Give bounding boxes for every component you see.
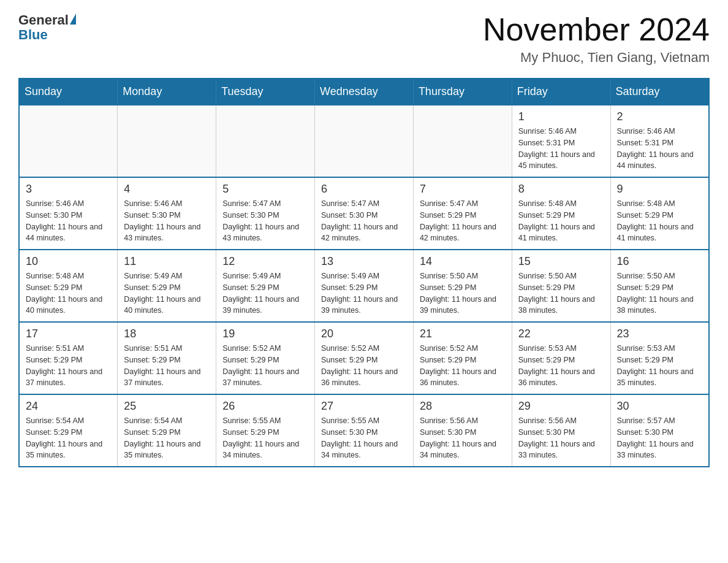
day-number: 23 — [617, 327, 702, 340]
day-info: Sunrise: 5:52 AMSunset: 5:29 PMDaylight:… — [420, 343, 506, 389]
calendar-cell — [19, 105, 118, 177]
day-info: Sunrise: 5:50 AMSunset: 5:29 PMDaylight:… — [420, 270, 506, 316]
calendar-cell: 16Sunrise: 5:50 AMSunset: 5:29 PMDayligh… — [610, 250, 709, 322]
day-info: Sunrise: 5:51 AMSunset: 5:29 PMDaylight:… — [124, 343, 210, 389]
calendar-week-4: 17Sunrise: 5:51 AMSunset: 5:29 PMDayligh… — [19, 322, 709, 394]
day-info: Sunrise: 5:55 AMSunset: 5:29 PMDaylight:… — [222, 415, 308, 461]
day-info: Sunrise: 5:50 AMSunset: 5:29 PMDaylight:… — [617, 270, 702, 316]
day-info: Sunrise: 5:48 AMSunset: 5:29 PMDaylight:… — [518, 198, 604, 244]
column-header-saturday: Saturday — [610, 79, 709, 105]
day-info: Sunrise: 5:53 AMSunset: 5:29 PMDaylight:… — [518, 343, 604, 389]
page-header: General Blue November 2024 My Phuoc, Tie… — [18, 12, 710, 66]
calendar-cell: 3Sunrise: 5:46 AMSunset: 5:30 PMDaylight… — [19, 177, 118, 250]
day-number: 11 — [124, 255, 210, 268]
calendar-cell: 20Sunrise: 5:52 AMSunset: 5:29 PMDayligh… — [315, 322, 414, 394]
day-info: Sunrise: 5:47 AMSunset: 5:29 PMDaylight:… — [420, 198, 506, 244]
day-info: Sunrise: 5:56 AMSunset: 5:30 PMDaylight:… — [518, 415, 604, 461]
logo-triangle-icon — [70, 13, 76, 25]
day-info: Sunrise: 5:54 AMSunset: 5:29 PMDaylight:… — [124, 415, 210, 461]
calendar-cell: 8Sunrise: 5:48 AMSunset: 5:29 PMDaylight… — [512, 177, 610, 250]
logo: General Blue — [18, 12, 76, 43]
day-number: 17 — [26, 327, 111, 340]
calendar-cell — [413, 105, 512, 177]
day-info: Sunrise: 5:48 AMSunset: 5:29 PMDaylight:… — [26, 270, 111, 316]
day-info: Sunrise: 5:51 AMSunset: 5:29 PMDaylight:… — [26, 343, 111, 389]
day-info: Sunrise: 5:49 AMSunset: 5:29 PMDaylight:… — [222, 270, 308, 316]
day-number: 28 — [420, 400, 506, 413]
calendar-week-2: 3Sunrise: 5:46 AMSunset: 5:30 PMDaylight… — [19, 177, 709, 250]
day-info: Sunrise: 5:57 AMSunset: 5:30 PMDaylight:… — [617, 415, 702, 461]
calendar-cell: 13Sunrise: 5:49 AMSunset: 5:29 PMDayligh… — [315, 250, 414, 322]
day-number: 13 — [321, 255, 407, 268]
day-number: 24 — [26, 400, 111, 413]
day-info: Sunrise: 5:52 AMSunset: 5:29 PMDaylight:… — [321, 343, 407, 389]
calendar-cell: 23Sunrise: 5:53 AMSunset: 5:29 PMDayligh… — [610, 322, 709, 394]
day-info: Sunrise: 5:54 AMSunset: 5:29 PMDaylight:… — [26, 415, 111, 461]
calendar-cell: 2Sunrise: 5:46 AMSunset: 5:31 PMDaylight… — [610, 105, 709, 177]
logo-general-text: General — [18, 12, 69, 28]
month-year-title: November 2024 — [483, 12, 710, 47]
day-number: 10 — [26, 255, 111, 268]
calendar-cell: 10Sunrise: 5:48 AMSunset: 5:29 PMDayligh… — [19, 250, 118, 322]
day-info: Sunrise: 5:46 AMSunset: 5:31 PMDaylight:… — [518, 126, 604, 172]
location-subtitle: My Phuoc, Tien Giang, Vietnam — [483, 50, 710, 66]
day-number: 4 — [124, 183, 210, 196]
day-number: 15 — [518, 255, 604, 268]
day-info: Sunrise: 5:49 AMSunset: 5:29 PMDaylight:… — [124, 270, 210, 316]
calendar-cell: 24Sunrise: 5:54 AMSunset: 5:29 PMDayligh… — [19, 394, 118, 467]
day-number: 26 — [222, 400, 308, 413]
day-number: 18 — [124, 327, 210, 340]
day-info: Sunrise: 5:46 AMSunset: 5:31 PMDaylight:… — [617, 126, 702, 172]
day-number: 21 — [420, 327, 506, 340]
day-number: 9 — [617, 183, 702, 196]
day-info: Sunrise: 5:53 AMSunset: 5:29 PMDaylight:… — [617, 343, 702, 389]
calendar-cell: 25Sunrise: 5:54 AMSunset: 5:29 PMDayligh… — [118, 394, 216, 467]
calendar-cell: 21Sunrise: 5:52 AMSunset: 5:29 PMDayligh… — [413, 322, 512, 394]
calendar-cell: 28Sunrise: 5:56 AMSunset: 5:30 PMDayligh… — [413, 394, 512, 467]
calendar-cell: 14Sunrise: 5:50 AMSunset: 5:29 PMDayligh… — [413, 250, 512, 322]
calendar-cell: 12Sunrise: 5:49 AMSunset: 5:29 PMDayligh… — [216, 250, 315, 322]
column-header-tuesday: Tuesday — [216, 79, 315, 105]
day-number: 27 — [321, 400, 407, 413]
day-number: 1 — [518, 110, 604, 123]
calendar-cell: 9Sunrise: 5:48 AMSunset: 5:29 PMDaylight… — [610, 177, 709, 250]
column-header-wednesday: Wednesday — [315, 79, 414, 105]
calendar-cell: 19Sunrise: 5:52 AMSunset: 5:29 PMDayligh… — [216, 322, 315, 394]
column-header-thursday: Thursday — [413, 79, 512, 105]
calendar-cell: 27Sunrise: 5:55 AMSunset: 5:30 PMDayligh… — [315, 394, 414, 467]
day-info: Sunrise: 5:50 AMSunset: 5:29 PMDaylight:… — [518, 270, 604, 316]
calendar-cell: 30Sunrise: 5:57 AMSunset: 5:30 PMDayligh… — [610, 394, 709, 467]
calendar-cell: 22Sunrise: 5:53 AMSunset: 5:29 PMDayligh… — [512, 322, 610, 394]
day-number: 6 — [321, 183, 407, 196]
calendar-cell: 7Sunrise: 5:47 AMSunset: 5:29 PMDaylight… — [413, 177, 512, 250]
day-info: Sunrise: 5:52 AMSunset: 5:29 PMDaylight:… — [222, 343, 308, 389]
day-number: 25 — [124, 400, 210, 413]
day-number: 8 — [518, 183, 604, 196]
column-header-sunday: Sunday — [19, 79, 118, 105]
calendar-cell: 11Sunrise: 5:49 AMSunset: 5:29 PMDayligh… — [118, 250, 216, 322]
title-section: November 2024 My Phuoc, Tien Giang, Viet… — [483, 12, 710, 66]
day-number: 7 — [420, 183, 506, 196]
calendar-cell: 4Sunrise: 5:46 AMSunset: 5:30 PMDaylight… — [118, 177, 216, 250]
calendar-cell: 15Sunrise: 5:50 AMSunset: 5:29 PMDayligh… — [512, 250, 610, 322]
day-info: Sunrise: 5:46 AMSunset: 5:30 PMDaylight:… — [26, 198, 111, 244]
calendar-cell — [118, 105, 216, 177]
day-info: Sunrise: 5:49 AMSunset: 5:29 PMDaylight:… — [321, 270, 407, 316]
calendar-cell: 18Sunrise: 5:51 AMSunset: 5:29 PMDayligh… — [118, 322, 216, 394]
calendar-table: SundayMondayTuesdayWednesdayThursdayFrid… — [18, 78, 710, 467]
calendar-cell: 26Sunrise: 5:55 AMSunset: 5:29 PMDayligh… — [216, 394, 315, 467]
calendar-cell — [315, 105, 414, 177]
calendar-cell: 1Sunrise: 5:46 AMSunset: 5:31 PMDaylight… — [512, 105, 610, 177]
calendar-cell: 17Sunrise: 5:51 AMSunset: 5:29 PMDayligh… — [19, 322, 118, 394]
column-header-monday: Monday — [118, 79, 216, 105]
calendar-cell: 5Sunrise: 5:47 AMSunset: 5:30 PMDaylight… — [216, 177, 315, 250]
day-info: Sunrise: 5:55 AMSunset: 5:30 PMDaylight:… — [321, 415, 407, 461]
column-header-friday: Friday — [512, 79, 610, 105]
day-number: 14 — [420, 255, 506, 268]
day-info: Sunrise: 5:47 AMSunset: 5:30 PMDaylight:… — [321, 198, 407, 244]
day-number: 19 — [222, 327, 308, 340]
day-number: 3 — [26, 183, 111, 196]
logo-blue-text: Blue — [18, 27, 48, 43]
day-number: 2 — [617, 110, 702, 123]
day-number: 29 — [518, 400, 604, 413]
